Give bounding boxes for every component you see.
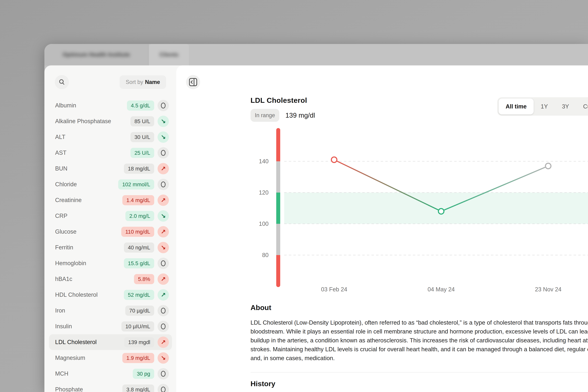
list-item[interactable]: Chloride102 mmol/L [49, 176, 172, 192]
svg-text:03 Feb 24: 03 Feb 24 [321, 286, 347, 292]
sort-value: Name [145, 79, 160, 85]
list-item[interactable]: Phosphate3.8 mg/dL [49, 382, 172, 392]
metric-value-pill: 25 U/L [130, 148, 154, 158]
trend-down-icon: ↘ [158, 116, 169, 127]
metric-name: ALT [55, 134, 65, 140]
trend-up-icon: ↗ [158, 226, 169, 238]
page-title: LDL Cholesterol [250, 96, 307, 104]
metric-value-pill: 52 mg/dL [124, 290, 154, 300]
metric-name: Chloride [55, 181, 77, 188]
workspace-title: Optimum Health Institute [63, 52, 130, 58]
sort-button[interactable]: Sort by Name [120, 75, 166, 89]
metric-value-pill: 30 pg [133, 369, 154, 379]
metric-name: Phosphate [55, 386, 83, 392]
trend-flat-icon [158, 368, 169, 380]
sort-prefix: Sort by [126, 79, 143, 85]
time-range-1y[interactable]: 1Y [534, 98, 555, 114]
metric-value-pill: 1.4 mg/dL [122, 195, 154, 205]
metric-value-pill: 5.8% [134, 274, 154, 284]
list-item[interactable]: MCH30 pg [49, 366, 172, 382]
time-range-3y[interactable]: 3Y [555, 98, 576, 114]
metric-name: AST [55, 150, 66, 156]
metric-name: Ferritin [55, 244, 73, 251]
metric-value-pill: 85 U/L [130, 116, 154, 126]
list-item[interactable]: Hemoglobin15.5 g/dL [49, 255, 172, 271]
collapse-sidebar-button[interactable] [186, 75, 200, 89]
list-item[interactable]: Creatinine1.4 mg/dL↗ [49, 192, 172, 208]
list-item[interactable]: Insulin10 µIU/mL [49, 318, 172, 334]
metric-value-pill: 110 mg/dL [121, 227, 154, 237]
list-item[interactable]: ALT30 U/L↘ [49, 129, 172, 145]
trend-up-icon: ↗ [158, 336, 169, 348]
trend-up-icon: ↗ [158, 163, 169, 174]
window-tabbar: Optimum Health Institute Clients [44, 44, 588, 66]
metric-name: Hemoglobin [55, 260, 86, 266]
status-badge: In range [250, 109, 279, 122]
current-value: 139 mg/dl [285, 112, 315, 119]
list-item[interactable]: HDL Cholesterol52 mg/dL↗ [49, 287, 172, 303]
list-item[interactable]: Glucose110 mg/dL↗ [49, 224, 172, 240]
metric-value-pill: 3.8 mg/dL [122, 384, 154, 392]
metric-value-pill: 40 ng/mL [124, 242, 154, 252]
list-item[interactable]: CRP2.0 mg/L↘ [49, 208, 172, 224]
metric-value-pill: 30 U/L [130, 132, 154, 142]
list-item[interactable]: AST25 U/L [49, 145, 172, 161]
metric-value-pill: 70 µg/dL [125, 306, 154, 316]
metric-name: MCH [55, 370, 68, 377]
list-item[interactable]: Iron70 µg/dL [49, 303, 172, 318]
trend-flat-icon [158, 100, 169, 111]
svg-text:140: 140 [259, 158, 269, 164]
metric-name: Glucose [55, 228, 76, 235]
trend-down-icon: ↘ [158, 132, 169, 143]
metric-name: LDL Cholesterol [55, 339, 97, 346]
metric-name: CRP [55, 212, 67, 219]
list-item[interactable]: LDL Cholesterol139 mgdl↗ [49, 334, 172, 350]
tab-clients-label: Clients [159, 52, 178, 58]
app-body: Sort by Name Albumin4.5 g/dLAlkaline Pho… [44, 66, 588, 392]
trend-flat-icon [158, 305, 169, 316]
trend-down-icon: ↘ [158, 210, 169, 222]
tab-workspace[interactable]: Optimum Health Institute [44, 44, 148, 66]
metric-name: Alkaline Phosphatase [55, 118, 111, 124]
time-range-custom[interactable]: Custom [576, 98, 588, 114]
metrics-list: Albumin4.5 g/dLAlkaline Phosphatase85 U/… [44, 98, 176, 392]
list-item[interactable]: BUN18 mg/dL↗ [49, 161, 172, 176]
time-range-control: All time1Y3YCustom [497, 97, 588, 116]
search-button[interactable] [55, 75, 69, 89]
list-item[interactable]: Alkaline Phosphatase85 U/L↘ [49, 113, 172, 129]
metric-value-pill: 18 mg/dL [124, 164, 154, 174]
search-icon [58, 79, 65, 86]
metric-name: BUN [55, 165, 67, 172]
about-text: LDL Cholesterol (Low-Density Lipoprotein… [250, 318, 588, 362]
trend-flat-icon [158, 384, 169, 392]
app-window: Optimum Health Institute Clients Sort by… [44, 44, 588, 392]
trend-up-icon: ↗ [158, 289, 169, 300]
tab-clients[interactable]: Clients [149, 44, 189, 66]
about-heading: About [250, 303, 271, 312]
metric-value-pill: 10 µIU/mL [121, 322, 154, 332]
section-divider [250, 372, 588, 372]
svg-text:80: 80 [262, 252, 269, 258]
metric-name: Insulin [55, 323, 72, 330]
trend-up-icon: ↗ [158, 274, 169, 285]
list-item[interactable]: hBA1c5.8%↗ [49, 271, 172, 287]
list-item[interactable]: Albumin4.5 g/dL [49, 98, 172, 113]
list-item[interactable]: Ferritin40 ng/mL↘ [49, 240, 172, 255]
trend-down-icon: ↘ [158, 242, 169, 253]
trend-flat-icon [158, 147, 169, 158]
metric-name: Albumin [55, 102, 76, 109]
list-item[interactable]: Magnesium1.9 mg/dL↘ [49, 350, 172, 366]
trend-flat-icon [158, 321, 169, 332]
time-range-all-time[interactable]: All time [499, 98, 534, 114]
ldl-trend-chart: 1401201008003 Feb 2404 May 2423 Nov 24 [235, 124, 588, 301]
metric-name: hBA1c [55, 276, 72, 282]
metric-name: Iron [55, 307, 65, 314]
metric-value-pill: 1.9 mg/dL [122, 353, 154, 363]
collapse-sidebar-icon [189, 78, 197, 86]
trend-up-icon: ↗ [158, 194, 169, 206]
trend-flat-icon [158, 179, 169, 190]
svg-text:120: 120 [259, 189, 269, 196]
metric-value-pill: 102 mmol/L [118, 180, 154, 190]
metric-value-pill: 2.0 mg/L [125, 211, 154, 221]
metric-name: HDL Cholesterol [55, 292, 97, 298]
